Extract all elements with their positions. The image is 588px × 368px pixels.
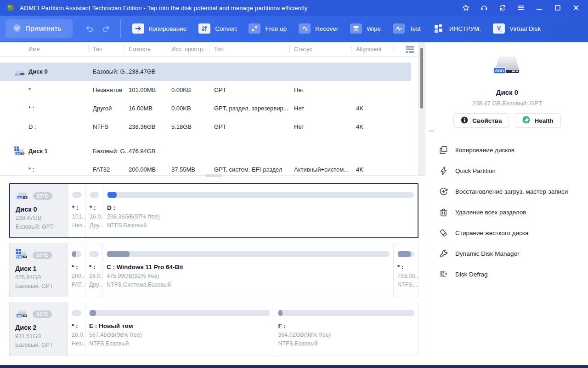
disk-panel-0[interactable]: SSD 27°C Диск 0 238.47GB Базовый: GPT * … xyxy=(9,183,418,238)
header-separator xyxy=(88,46,89,53)
table-scrollbar[interactable] xyxy=(418,42,425,176)
minimize-icon[interactable] xyxy=(535,4,543,12)
sidebar-item-disk-defrag[interactable]: Disk Defrag xyxy=(427,264,588,285)
disk-defrag-icon xyxy=(438,270,448,280)
partitions: * : 16.0... Нез... E : Новый том 567.48G… xyxy=(68,302,418,356)
maximize-icon[interactable] xyxy=(554,4,561,12)
close-icon[interactable] xyxy=(572,4,580,12)
column-header-3[interactable]: Исп. простр. xyxy=(171,42,204,56)
support-headset-icon[interactable] xyxy=(480,4,488,12)
capacity-bar xyxy=(72,192,82,198)
menu-icon[interactable] xyxy=(517,4,525,12)
capacity-bar xyxy=(72,310,81,316)
disk-panels: SSD 27°C Диск 0 238.47GB Базовый: GPT * … xyxy=(0,176,426,356)
disk-panel-2[interactable]: HDD 31°C Диск 2 931.51GB Базовый: GPT * … xyxy=(9,302,418,356)
cell-capacity: 238.36GB xyxy=(129,118,156,136)
partition-size: 101.... xyxy=(72,213,82,221)
partition-cell[interactable]: E : Новый том 567.48GB(96% free) NTFS,Ба… xyxy=(85,302,274,356)
sidebar-item-rebuild-mbr[interactable]: Восстановление загруз. мастер-записи xyxy=(427,181,588,202)
sidebar-item-disk-copy[interactable]: Копирование дисков xyxy=(427,140,588,161)
sidebar-buttons: Свойства Health xyxy=(427,113,588,128)
cell-capacity: 16.00MB xyxy=(129,99,153,118)
app-window: AOMEI Partition Assistant Technician Edi… xyxy=(0,0,588,368)
toolbar-button-wipe[interactable]: Wipe xyxy=(350,23,381,34)
temperature-badge: 31°C xyxy=(33,310,52,318)
partition-cell[interactable]: * : 101.... Нез... xyxy=(68,184,85,237)
update-sync-icon[interactable] xyxy=(498,4,506,12)
disk-panel-1[interactable]: SSD 31°C Диск 1 476.94GB Базовый: GPT * … xyxy=(9,243,418,297)
partition-fs: NTFS,Базовый xyxy=(107,221,414,230)
cell-alignment: 4K xyxy=(356,118,363,136)
partition-cell[interactable]: C : Windows 11 Pro 64-Bit 475.99GB(92% f… xyxy=(102,243,393,297)
partition-fs: Дру... xyxy=(89,281,99,289)
toolbar-button-virtual-disk[interactable]: V Virtual Disk xyxy=(493,23,541,34)
toolbar-button-freeup[interactable]: Free up xyxy=(249,23,287,34)
column-header-4[interactable]: Тип xyxy=(214,42,224,56)
sidebar-item-quick-partition[interactable]: Quick Partition xyxy=(427,161,588,181)
toolbar-button-instrum[interactable]: ИНСТРУМ. xyxy=(433,23,481,34)
cell-ptype: GPT xyxy=(214,118,226,136)
partition-cell[interactable]: * : 753.00... NTFS,... xyxy=(393,243,418,297)
scrollbar-thumb[interactable] xyxy=(420,48,423,109)
titlebar: AOMEI Partition Assistant Technician Edi… xyxy=(0,0,588,16)
partition-label: * : xyxy=(89,262,99,272)
partition-size: 238.36GB(97% free) xyxy=(107,213,414,221)
partition-label: F : xyxy=(278,321,414,331)
capacity-bar xyxy=(107,192,414,198)
disk-copy-icon xyxy=(438,145,448,155)
table-row-partition[interactable]: D :NTFS238.36GB5.18GBGPTНет4K xyxy=(0,118,426,136)
properties-button[interactable]: Свойства xyxy=(453,113,509,128)
partition-cell[interactable]: * : 16.0... Дру... xyxy=(85,243,102,297)
cell-type: Незанятое xyxy=(93,81,122,99)
cell-ptype: GPT xyxy=(214,81,226,99)
sidebar-collapse-handle[interactable] xyxy=(429,130,434,132)
redo-icon[interactable] xyxy=(101,23,111,34)
cell-name: Диск 1 xyxy=(28,142,48,161)
disk-name: Диск 2 xyxy=(15,323,68,332)
table-row-disk[interactable]: SSD Диск 0Базовый: G...238.47GB xyxy=(0,63,426,81)
cell-capacity: 101.00MB xyxy=(129,81,156,99)
recover-icon xyxy=(299,23,311,34)
sidebar-item-delete-all-partitions[interactable]: Удаление всех разделов xyxy=(427,202,588,223)
partition-cell[interactable]: * : 16.0... Дру... xyxy=(85,184,103,237)
health-button[interactable]: Health xyxy=(515,113,560,128)
column-header-5[interactable]: Статус xyxy=(294,42,312,56)
table-row-disk[interactable]: SSD Диск 1Базовый: G...476.94GB xyxy=(0,142,426,161)
undo-icon[interactable] xyxy=(85,23,95,34)
toolbar-button-test[interactable]: Test xyxy=(393,23,421,34)
apply-button[interactable]: Применить xyxy=(6,19,73,38)
used-space-fill xyxy=(72,251,76,257)
partition-size: 16.0... xyxy=(90,213,99,221)
sidebar-item-wipe-hard-drive[interactable]: Стирание жесткого диска xyxy=(427,223,588,243)
toolbar-buttons: Копирование Convert Free up Recover Wipe… xyxy=(126,23,547,34)
partition-cell[interactable]: * : 200... FAT... xyxy=(68,243,85,297)
dynamic-disk-manager-icon xyxy=(438,249,448,259)
used-space-fill xyxy=(107,251,130,257)
column-header-0[interactable]: Имя xyxy=(28,42,40,56)
sidebar-item-dynamic-disk-manager[interactable]: Dynamic Disk Manager xyxy=(427,243,588,264)
sidebar: SSD Диск 0 238.47 GB,Базовый: GPT Свойст… xyxy=(427,42,588,365)
partitions: * : 101.... Нез... * : 16.0... Дру... D … xyxy=(68,184,418,237)
toolbar-button-kopirovanie[interactable]: Копирование xyxy=(132,23,187,34)
toolbar-button-convert[interactable]: Convert xyxy=(198,23,237,34)
partition-cell[interactable]: F : 364.02GB(98% free) NTFS,Базовый xyxy=(274,302,418,356)
partition-cell[interactable]: D : 238.36GB(97% free) NTFS,Базовый xyxy=(103,184,418,237)
svg-text:SSD: SSD xyxy=(17,256,22,259)
favorite-icon[interactable] xyxy=(462,4,469,12)
table-row-partition[interactable]: *Незанятое101.00MB0.00KBGPTНет xyxy=(0,81,426,99)
sidebar-item-label: Стирание жесткого диска xyxy=(455,230,529,236)
table-row-partition[interactable]: * :Другой16.00MB0.00KBGPT, раздел, зарез… xyxy=(0,99,426,118)
table-row-partition[interactable]: * :FAT32200.00MB37.55MBGPT, систем. EFI-… xyxy=(0,161,426,175)
used-space-fill xyxy=(107,192,117,198)
column-settings-icon[interactable] xyxy=(406,46,414,53)
table-header: ИмяТипЕмкостьИсп. простр.ТипСтатусAlignm… xyxy=(0,42,426,57)
toolbar-button-label: Virtual Disk xyxy=(509,25,541,32)
partition-cell[interactable]: * : 16.0... Нез... xyxy=(68,302,85,356)
sidebar-disk-name: Диск 0 xyxy=(427,88,588,96)
splitter-handle[interactable] xyxy=(205,174,222,177)
column-header-6[interactable]: Alignment xyxy=(356,42,382,56)
partition-size: 16.0... xyxy=(72,331,81,339)
column-header-2[interactable]: Емкость xyxy=(129,42,151,56)
column-header-1[interactable]: Тип xyxy=(93,42,102,56)
toolbar-button-recover[interactable]: Recover xyxy=(299,23,338,34)
